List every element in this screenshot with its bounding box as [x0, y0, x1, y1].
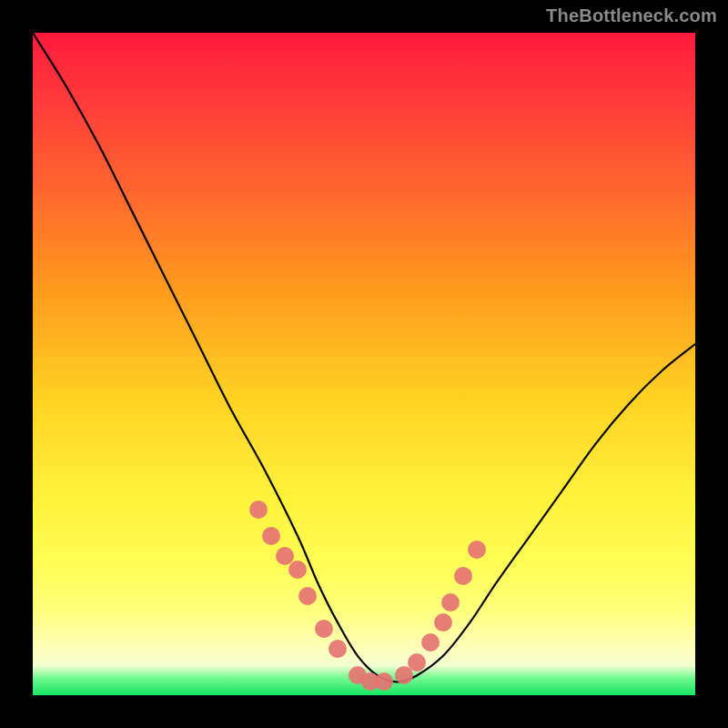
scatter-point — [315, 620, 333, 638]
scatter-point — [421, 633, 440, 652]
chart-frame: TheBottleneck.com — [0, 0, 728, 728]
watermark-text: TheBottleneck.com — [546, 5, 717, 26]
scatter-point — [329, 640, 347, 658]
scatter-layer — [33, 33, 695, 695]
scatter-point — [375, 672, 393, 691]
scatter-point — [441, 593, 460, 612]
scatter-point — [298, 587, 317, 605]
plot-area — [33, 33, 695, 695]
scatter-point — [262, 527, 280, 545]
scatter-point — [288, 561, 307, 579]
scatter-point — [249, 500, 268, 519]
scatter-point — [468, 541, 486, 559]
scatter-point — [434, 613, 452, 632]
scatter-point — [408, 653, 426, 672]
scatter-point — [454, 567, 472, 585]
